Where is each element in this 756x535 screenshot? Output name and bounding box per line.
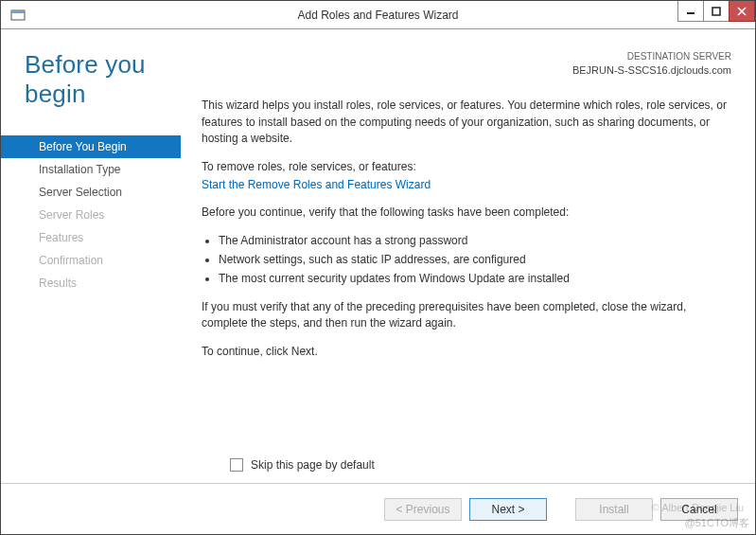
svg-rect-1 (11, 10, 25, 13)
minimize-button[interactable] (677, 1, 704, 22)
titlebar: Add Roles and Features Wizard (1, 1, 755, 29)
remove-roles-link[interactable]: Start the Remove Roles and Features Wiza… (202, 178, 431, 191)
skip-label: Skip this page by default (251, 458, 375, 472)
continue-note: To continue, click Next. (202, 344, 731, 360)
window-title: Add Roles and Features Wizard (297, 9, 458, 22)
nav-installation-type[interactable]: Installation Type (1, 158, 181, 181)
wizard-footer: < Previous Next > Install Cancel (1, 483, 755, 534)
nav-features: Features (1, 226, 181, 249)
svg-rect-3 (712, 8, 720, 15)
nav-server-selection[interactable]: Server Selection (1, 181, 181, 204)
prereq-list: The Administrator account has a strong p… (202, 233, 731, 288)
nav-confirmation: Confirmation (1, 249, 181, 272)
prereq-item: The Administrator account has a strong p… (219, 233, 731, 249)
nav-before-you-begin[interactable]: Before You Begin (1, 135, 181, 158)
close-note: If you must verify that any of the prece… (202, 299, 731, 332)
window-controls (678, 1, 755, 22)
maximize-button[interactable] (703, 1, 730, 22)
previous-button: < Previous (384, 498, 462, 521)
verify-intro: Before you continue, verify that the fol… (202, 205, 731, 221)
destination-block: DESTINATION SERVER BEJRUN-S-SSCS16.djclo… (202, 50, 731, 77)
destination-label: DESTINATION SERVER (202, 50, 731, 63)
app-icon (7, 4, 29, 27)
nav-results: Results (1, 272, 181, 294)
page-title: Before you begin (1, 50, 202, 109)
prereq-item: Network settings, such as static IP addr… (219, 252, 731, 268)
skip-row: Skip this page by default (202, 458, 731, 472)
nav-server-roles: Server Roles (1, 204, 181, 226)
remove-label: To remove roles, role services, or featu… (202, 159, 731, 175)
close-button[interactable] (729, 1, 755, 22)
prereq-item: The most current security updates from W… (219, 271, 731, 287)
wizard-nav: Before You Begin Installation Type Serve… (1, 135, 181, 294)
intro-text: This wizard helps you install roles, rol… (202, 98, 731, 147)
skip-checkbox[interactable] (230, 458, 243, 472)
install-button: Install (575, 498, 653, 521)
cancel-button[interactable]: Cancel (660, 498, 738, 521)
wizard-body: This wizard helps you install roles, rol… (202, 98, 731, 371)
destination-host: BEJRUN-S-SSCS16.djclouds.com (202, 63, 731, 78)
next-button[interactable]: Next > (469, 498, 547, 521)
